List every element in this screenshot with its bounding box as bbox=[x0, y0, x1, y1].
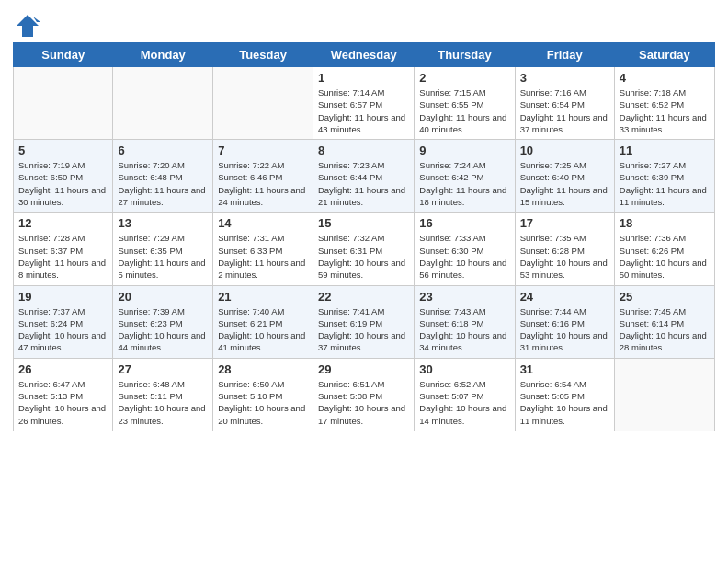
day-info: Sunrise: 7:32 AM Sunset: 6:31 PM Dayligh… bbox=[318, 232, 409, 281]
calendar-week-row: 5Sunrise: 7:19 AM Sunset: 6:50 PM Daylig… bbox=[14, 140, 715, 213]
day-number: 8 bbox=[318, 144, 409, 157]
day-number: 20 bbox=[118, 290, 208, 304]
calendar-cell: 31Sunrise: 6:54 AM Sunset: 5:05 PM Dayli… bbox=[515, 358, 614, 431]
calendar-cell: 16Sunrise: 7:33 AM Sunset: 6:30 PM Dayli… bbox=[415, 213, 515, 285]
day-info: Sunrise: 7:19 AM Sunset: 6:50 PM Dayligh… bbox=[18, 159, 108, 208]
day-info: Sunrise: 7:36 AM Sunset: 6:26 PM Dayligh… bbox=[620, 232, 710, 281]
calendar-week-row: 1Sunrise: 7:14 AM Sunset: 6:57 PM Daylig… bbox=[14, 67, 715, 140]
day-info: Sunrise: 7:18 AM Sunset: 6:52 PM Dayligh… bbox=[620, 86, 710, 135]
day-number: 9 bbox=[419, 144, 509, 157]
day-number: 17 bbox=[520, 216, 609, 230]
day-info: Sunrise: 7:23 AM Sunset: 6:44 PM Dayligh… bbox=[318, 159, 409, 208]
day-info: Sunrise: 7:45 AM Sunset: 6:14 PM Dayligh… bbox=[620, 305, 710, 354]
day-number: 12 bbox=[18, 216, 108, 230]
day-info: Sunrise: 6:47 AM Sunset: 5:13 PM Dayligh… bbox=[18, 378, 108, 427]
calendar-cell: 21Sunrise: 7:40 AM Sunset: 6:21 PM Dayli… bbox=[213, 285, 313, 358]
day-number: 6 bbox=[118, 144, 208, 157]
calendar-cell: 3Sunrise: 7:16 AM Sunset: 6:54 PM Daylig… bbox=[515, 67, 614, 140]
page-container: SundayMondayTuesdayWednesdayThursdayFrid… bbox=[0, 0, 728, 441]
day-number: 28 bbox=[218, 362, 308, 376]
day-info: Sunrise: 6:54 AM Sunset: 5:05 PM Dayligh… bbox=[520, 378, 609, 427]
day-info: Sunrise: 7:31 AM Sunset: 6:33 PM Dayligh… bbox=[218, 232, 308, 281]
day-number: 16 bbox=[419, 216, 509, 230]
calendar-cell: 12Sunrise: 7:28 AM Sunset: 6:37 PM Dayli… bbox=[14, 213, 113, 285]
day-of-week-header: Tuesday bbox=[213, 43, 313, 67]
day-number: 24 bbox=[520, 290, 609, 304]
day-info: Sunrise: 7:33 AM Sunset: 6:30 PM Dayligh… bbox=[419, 232, 509, 281]
calendar-cell: 11Sunrise: 7:27 AM Sunset: 6:39 PM Dayli… bbox=[614, 140, 714, 213]
calendar: SundayMondayTuesdayWednesdayThursdayFrid… bbox=[13, 42, 715, 431]
day-info: Sunrise: 7:22 AM Sunset: 6:46 PM Dayligh… bbox=[218, 159, 308, 208]
calendar-cell: 6Sunrise: 7:20 AM Sunset: 6:48 PM Daylig… bbox=[113, 140, 213, 213]
calendar-cell: 22Sunrise: 7:41 AM Sunset: 6:19 PM Dayli… bbox=[313, 285, 414, 358]
calendar-cell: 9Sunrise: 7:24 AM Sunset: 6:42 PM Daylig… bbox=[415, 140, 515, 213]
header bbox=[13, 9, 715, 35]
calendar-cell: 28Sunrise: 6:50 AM Sunset: 5:10 PM Dayli… bbox=[213, 358, 313, 431]
calendar-cell: 18Sunrise: 7:36 AM Sunset: 6:26 PM Dayli… bbox=[614, 213, 714, 285]
calendar-cell: 8Sunrise: 7:23 AM Sunset: 6:44 PM Daylig… bbox=[313, 140, 414, 213]
day-of-week-header: Thursday bbox=[415, 43, 515, 67]
calendar-cell: 2Sunrise: 7:15 AM Sunset: 6:55 PM Daylig… bbox=[415, 67, 515, 140]
day-number: 4 bbox=[620, 71, 710, 85]
day-number: 25 bbox=[620, 290, 710, 304]
day-number: 7 bbox=[218, 144, 308, 157]
day-number: 23 bbox=[419, 290, 509, 304]
calendar-cell: 4Sunrise: 7:18 AM Sunset: 6:52 PM Daylig… bbox=[614, 67, 714, 140]
calendar-cell: 10Sunrise: 7:25 AM Sunset: 6:40 PM Dayli… bbox=[515, 140, 614, 213]
day-info: Sunrise: 7:15 AM Sunset: 6:55 PM Dayligh… bbox=[419, 86, 509, 135]
day-number: 2 bbox=[419, 71, 509, 85]
day-number: 1 bbox=[318, 71, 409, 85]
day-of-week-header: Sunday bbox=[14, 43, 113, 67]
day-of-week-header: Friday bbox=[515, 43, 614, 67]
day-info: Sunrise: 6:48 AM Sunset: 5:11 PM Dayligh… bbox=[118, 378, 208, 427]
calendar-cell: 30Sunrise: 6:52 AM Sunset: 5:07 PM Dayli… bbox=[415, 358, 515, 431]
day-info: Sunrise: 7:39 AM Sunset: 6:23 PM Dayligh… bbox=[118, 305, 208, 354]
day-info: Sunrise: 7:37 AM Sunset: 6:24 PM Dayligh… bbox=[18, 305, 108, 354]
day-info: Sunrise: 7:27 AM Sunset: 6:39 PM Dayligh… bbox=[620, 159, 710, 208]
day-number: 15 bbox=[318, 216, 409, 230]
day-number: 26 bbox=[18, 362, 108, 376]
day-info: Sunrise: 6:50 AM Sunset: 5:10 PM Dayligh… bbox=[218, 378, 308, 427]
calendar-cell bbox=[113, 67, 213, 140]
day-number: 30 bbox=[419, 362, 509, 376]
calendar-cell: 25Sunrise: 7:45 AM Sunset: 6:14 PM Dayli… bbox=[614, 285, 714, 358]
day-info: Sunrise: 7:35 AM Sunset: 6:28 PM Dayligh… bbox=[520, 232, 609, 281]
svg-marker-1 bbox=[33, 17, 40, 22]
logo-icon bbox=[15, 13, 40, 39]
calendar-cell: 27Sunrise: 6:48 AM Sunset: 5:11 PM Dayli… bbox=[113, 358, 213, 431]
calendar-week-row: 19Sunrise: 7:37 AM Sunset: 6:24 PM Dayli… bbox=[14, 285, 715, 358]
day-info: Sunrise: 7:28 AM Sunset: 6:37 PM Dayligh… bbox=[18, 232, 108, 281]
calendar-week-row: 26Sunrise: 6:47 AM Sunset: 5:13 PM Dayli… bbox=[14, 358, 715, 431]
day-info: Sunrise: 7:41 AM Sunset: 6:19 PM Dayligh… bbox=[318, 305, 409, 354]
day-info: Sunrise: 7:44 AM Sunset: 6:16 PM Dayligh… bbox=[520, 305, 609, 354]
day-info: Sunrise: 7:40 AM Sunset: 6:21 PM Dayligh… bbox=[218, 305, 308, 354]
day-of-week-header: Monday bbox=[113, 43, 213, 67]
day-info: Sunrise: 7:14 AM Sunset: 6:57 PM Dayligh… bbox=[318, 86, 409, 135]
svg-marker-0 bbox=[17, 15, 39, 37]
day-number: 21 bbox=[218, 290, 308, 304]
calendar-header-row: SundayMondayTuesdayWednesdayThursdayFrid… bbox=[14, 43, 715, 67]
day-number: 10 bbox=[520, 144, 609, 157]
calendar-cell: 24Sunrise: 7:44 AM Sunset: 6:16 PM Dayli… bbox=[515, 285, 614, 358]
calendar-cell: 17Sunrise: 7:35 AM Sunset: 6:28 PM Dayli… bbox=[515, 213, 614, 285]
day-of-week-header: Wednesday bbox=[313, 43, 414, 67]
logo bbox=[13, 13, 40, 35]
day-info: Sunrise: 6:51 AM Sunset: 5:08 PM Dayligh… bbox=[318, 378, 409, 427]
day-number: 3 bbox=[520, 71, 609, 85]
day-number: 22 bbox=[318, 290, 409, 304]
day-number: 5 bbox=[18, 144, 108, 157]
day-number: 13 bbox=[118, 216, 208, 230]
calendar-cell: 20Sunrise: 7:39 AM Sunset: 6:23 PM Dayli… bbox=[113, 285, 213, 358]
calendar-week-row: 12Sunrise: 7:28 AM Sunset: 6:37 PM Dayli… bbox=[14, 213, 715, 285]
day-number: 31 bbox=[520, 362, 609, 376]
calendar-cell: 14Sunrise: 7:31 AM Sunset: 6:33 PM Dayli… bbox=[213, 213, 313, 285]
day-info: Sunrise: 7:43 AM Sunset: 6:18 PM Dayligh… bbox=[419, 305, 509, 354]
day-info: Sunrise: 7:20 AM Sunset: 6:48 PM Dayligh… bbox=[118, 159, 208, 208]
day-info: Sunrise: 6:52 AM Sunset: 5:07 PM Dayligh… bbox=[419, 378, 509, 427]
day-number: 18 bbox=[620, 216, 710, 230]
calendar-cell: 29Sunrise: 6:51 AM Sunset: 5:08 PM Dayli… bbox=[313, 358, 414, 431]
day-number: 29 bbox=[318, 362, 409, 376]
calendar-cell: 13Sunrise: 7:29 AM Sunset: 6:35 PM Dayli… bbox=[113, 213, 213, 285]
calendar-cell: 7Sunrise: 7:22 AM Sunset: 6:46 PM Daylig… bbox=[213, 140, 313, 213]
day-of-week-header: Saturday bbox=[614, 43, 714, 67]
